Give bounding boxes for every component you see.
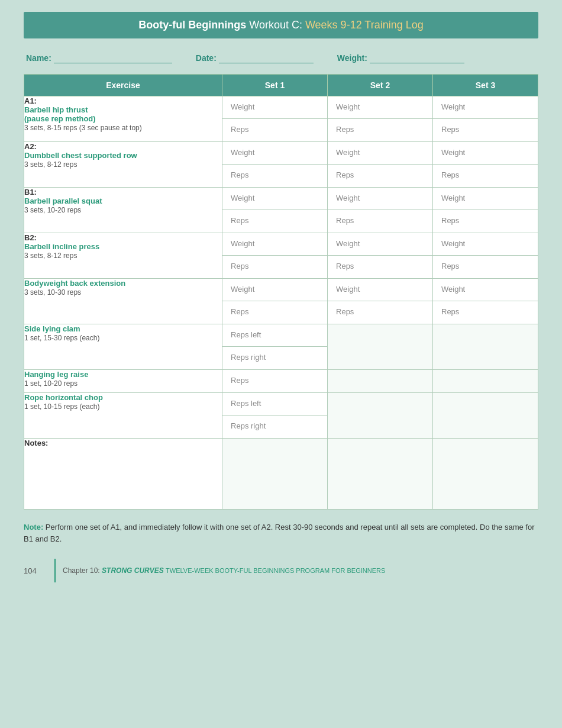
footer-chapter-label: Chapter 10:	[63, 566, 100, 575]
exercise-cell: B1:Barbell parallel squat3 sets, 10-20 r…	[24, 188, 222, 233]
set-3-cell: WeightReps	[433, 233, 538, 279]
exercise-detail: 3 sets, 8-12 reps	[24, 160, 77, 169]
table-row: Side lying clam1 set, 15-30 reps (each)R…	[24, 324, 538, 370]
footer-divider	[54, 559, 56, 582]
weight-label: Weight:	[337, 53, 367, 63]
exercise-cell: Hanging leg raise1 set, 10-20 reps	[24, 370, 222, 393]
set-bottom: Reps	[222, 301, 327, 324]
set-top: Weight	[222, 188, 327, 210]
footer: 104 Chapter 10: STRONG CURVES TWELVE-WEE…	[24, 559, 538, 582]
set-1-cell: Reps leftReps right	[222, 393, 328, 439]
table-row: Bodyweight back extension3 sets, 10-30 r…	[24, 279, 538, 324]
name-underline	[54, 53, 172, 63]
exercise-name: Barbell hip thrust	[24, 105, 88, 114]
set-bottom: Reps right	[222, 415, 327, 438]
set-top: Weight	[222, 96, 327, 119]
set-1-cell: WeightReps	[222, 233, 328, 279]
exercise-detail: 3 sets, 10-20 reps	[24, 206, 81, 214]
exercise-cell: B2:Barbell incline press3 sets, 8-12 rep…	[24, 233, 222, 279]
info-row: Name: Date: Weight:	[24, 53, 538, 63]
set-top: Weight	[433, 188, 538, 210]
set-bottom: Reps	[433, 301, 538, 324]
set-2-cell: WeightReps	[328, 233, 433, 279]
note-content: Perform one set of A1, and immediately f…	[24, 523, 535, 543]
title-colored: Weeks 9-12 Training Log	[305, 19, 424, 31]
footer-page: 104	[24, 566, 47, 575]
footer-chapter-highlight: STRONG CURVES	[102, 566, 164, 575]
table-row: Rope horizontal chop1 set, 10-15 reps (e…	[24, 393, 538, 439]
set-1-cell: Reps	[222, 370, 328, 393]
set-bottom: Reps	[433, 210, 538, 233]
exercise-code: B2:	[24, 233, 37, 242]
col-set2: Set 2	[328, 75, 433, 96]
date-field: Date:	[196, 53, 314, 63]
set-top: Reps left	[222, 324, 327, 347]
exercise-name: Bodyweight back extension	[24, 279, 125, 288]
title-normal: Workout C:	[246, 19, 305, 31]
set-3-cell: WeightReps	[433, 279, 538, 324]
col-set1: Set 1	[222, 75, 328, 96]
exercise-detail: 1 set, 10-20 reps	[24, 379, 77, 388]
exercise-cell: Rope horizontal chop1 set, 10-15 reps (e…	[24, 393, 222, 439]
set-3-cell	[433, 324, 538, 370]
set-top: Weight	[222, 142, 327, 165]
set-top: Weight	[222, 233, 327, 256]
exercise-name-extra: (pause rep method)	[24, 114, 96, 123]
exercise-cell: Side lying clam1 set, 15-30 reps (each)	[24, 324, 222, 370]
set-2-cell	[328, 324, 433, 370]
set-2-cell: WeightReps	[328, 96, 433, 142]
exercise-name: Hanging leg raise	[24, 370, 88, 379]
set-bottom: Reps	[433, 165, 538, 187]
exercise-name: Barbell parallel squat	[24, 197, 102, 205]
set-1-cell: Reps leftReps right	[222, 324, 328, 370]
exercise-name: Side lying clam	[24, 324, 80, 333]
set-bottom: Reps	[328, 119, 432, 141]
set-bottom: Reps right	[222, 347, 327, 369]
exercise-cell: Bodyweight back extension3 sets, 10-30 r…	[24, 279, 222, 324]
notes-set-1	[222, 439, 328, 510]
set-1-cell: WeightReps	[222, 142, 328, 188]
set-3-cell: WeightReps	[433, 96, 538, 142]
set-top: Weight	[222, 279, 327, 301]
note-text: Note: Perform one set of A1, and immedia…	[24, 521, 538, 545]
exercise-detail: 1 set, 10-15 reps (each)	[24, 402, 99, 411]
exercise-detail: 3 sets, 8-15 reps (3 sec pause at top)	[24, 124, 142, 132]
set-top: Reps	[222, 370, 327, 392]
date-underline	[219, 53, 314, 63]
set-1-cell: WeightReps	[222, 96, 328, 142]
set-2-cell: WeightReps	[328, 142, 433, 188]
table-row: Hanging leg raise1 set, 10-20 repsReps	[24, 370, 538, 393]
set-bottom: Reps	[328, 301, 432, 324]
notes-set-2	[328, 439, 433, 510]
set-top: Weight	[328, 233, 432, 256]
set-top: Weight	[433, 96, 538, 119]
set-bottom: Reps	[222, 210, 327, 233]
set-top: Weight	[433, 279, 538, 301]
set-bottom: Reps	[222, 119, 327, 141]
col-exercise: Exercise	[24, 75, 222, 96]
notes-cell: Notes:	[24, 439, 222, 510]
exercise-detail: 3 sets, 8-12 reps	[24, 252, 77, 260]
set-top: Weight	[433, 142, 538, 165]
notes-label: Notes:	[24, 439, 48, 447]
notes-set-3	[433, 439, 538, 510]
set-3-cell	[433, 393, 538, 439]
set-top: Reps left	[222, 393, 327, 415]
set-top: Weight	[328, 188, 432, 210]
set-1-cell: WeightReps	[222, 279, 328, 324]
table-row: A1:Barbell hip thrust(pause rep method)3…	[24, 96, 538, 142]
set-bottom: Reps	[433, 119, 538, 141]
exercise-code: A1:	[24, 96, 37, 105]
table-row: B1:Barbell parallel squat3 sets, 10-20 r…	[24, 188, 538, 233]
set-top: Weight	[328, 96, 432, 119]
name-label: Name:	[26, 53, 51, 63]
exercise-name: Rope horizontal chop	[24, 393, 103, 402]
note-label: Note:	[24, 523, 43, 531]
exercise-detail: 3 sets, 10-30 reps	[24, 288, 81, 297]
set-bottom: Reps	[222, 256, 327, 278]
footer-chapter: Chapter 10: STRONG CURVES TWELVE-WEEK BO…	[63, 566, 385, 575]
name-field: Name:	[26, 53, 172, 63]
weight-underline	[370, 53, 464, 63]
set-2-cell	[328, 393, 433, 439]
exercise-name: Dumbbell chest supported row	[24, 151, 137, 160]
